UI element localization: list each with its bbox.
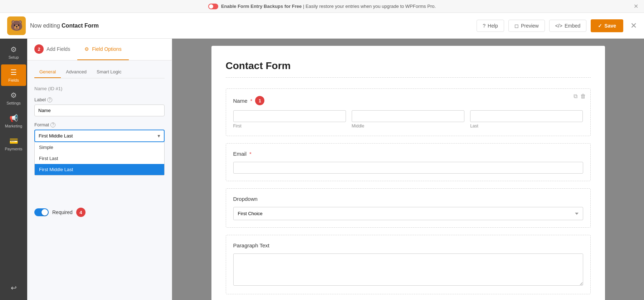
first-name-input[interactable]	[233, 110, 346, 122]
form-card: Contact Form Name * 1 ⧉ 🗑 First	[211, 46, 605, 300]
form-name: Contact Form	[62, 23, 99, 29]
email-input[interactable]	[233, 162, 583, 174]
name-section-actions: ⧉ 🗑	[574, 93, 586, 100]
name-section: Name * 1 ⧉ 🗑 First Middle	[226, 88, 591, 136]
required-row: Required 4	[34, 208, 165, 217]
tab-add-fields-label: Add Fields	[47, 46, 70, 52]
format-select[interactable]: SimpleFirst LastFirst Middle Last	[34, 130, 165, 142]
tab-field-options[interactable]: ⚙ Field Options	[77, 39, 128, 60]
paragraph-section: Paragraph Text	[226, 235, 591, 294]
sidebar-icons: ⚙ Setup ☰ Fields ⚙ Settings 📢 Marketing …	[0, 39, 27, 300]
format-group: Format ? SimpleFirst LastFirst Middle La…	[34, 122, 165, 200]
logo-bear-icon: 🐻	[7, 16, 26, 35]
format-dropdown-open: Simple First Last First Middle Last	[34, 142, 165, 175]
dropdown-section-label: Dropdown	[233, 196, 583, 202]
field-name-header: Name (ID #1)	[34, 86, 165, 91]
paragraph-section-label: Paragraph Text	[233, 242, 583, 248]
label-help-icon[interactable]: ?	[47, 97, 52, 102]
tab-field-options-label: Field Options	[92, 46, 121, 52]
name-copy-button[interactable]: ⧉	[574, 93, 577, 100]
email-label-text: Email	[233, 151, 247, 157]
middle-name-label: Middle	[352, 124, 464, 129]
settings-icon: ⚙	[10, 91, 17, 100]
dropdown-option-first-middle-last[interactable]: First Middle Last	[35, 164, 164, 175]
check-icon: ✓	[598, 23, 602, 29]
required-toggle[interactable]	[34, 208, 49, 216]
banner-text: Easily restore your entries when you upg…	[306, 4, 436, 9]
form-canvas: Contact Form Name * 1 ⧉ 🗑 First	[172, 39, 644, 300]
format-help-icon[interactable]: ?	[50, 122, 55, 127]
name-section-label: Name * 1	[233, 96, 583, 105]
label-group: Label ?	[34, 97, 165, 116]
preview-button[interactable]: ◻ Preview	[508, 20, 545, 32]
format-field-label: Format ?	[34, 122, 165, 127]
dropdown-select[interactable]: First Choice	[233, 207, 583, 220]
dropdown-section: Dropdown First Choice	[226, 188, 591, 228]
setup-icon: ⚙	[10, 45, 17, 54]
dropdown-option-simple[interactable]: Simple	[35, 142, 164, 153]
left-panel: 2 Add Fields ⚙ Field Options General Adv…	[27, 39, 172, 300]
toggle-knob	[42, 209, 48, 216]
middle-name-field: Middle	[352, 110, 464, 129]
sub-tab-general[interactable]: General	[34, 66, 61, 78]
email-required-star: *	[249, 151, 252, 157]
help-button[interactable]: ? Help	[477, 20, 504, 32]
history-icon: ↩	[11, 284, 17, 292]
add-fields-badge: 2	[34, 44, 44, 54]
email-section: Email *	[226, 143, 591, 181]
first-name-field: First	[233, 110, 346, 129]
top-banner: Enable Form Entry Backups for Free | Eas…	[0, 0, 644, 13]
editing-title: Now editing Contact Form	[30, 23, 99, 29]
panel-tabs: 2 Add Fields ⚙ Field Options	[27, 39, 172, 61]
dropdown-option-first-last[interactable]: First Last	[35, 153, 164, 164]
first-name-label: First	[233, 124, 346, 129]
required-label: Required	[52, 209, 73, 215]
sub-tab-advanced[interactable]: Advanced	[61, 66, 92, 78]
marketing-icon: 📢	[9, 114, 18, 122]
last-name-field: Last	[470, 110, 583, 129]
fields-icon: ☰	[10, 68, 17, 77]
step-badge-1: 1	[255, 96, 264, 105]
embed-button[interactable]: </> Embed	[549, 20, 587, 32]
form-title: Contact Form	[226, 60, 591, 78]
dropdown-label-text: Dropdown	[233, 196, 258, 202]
tab-add-fields[interactable]: 2 Add Fields	[27, 39, 77, 60]
last-name-label: Last	[470, 124, 583, 129]
banner-toggle-label: Enable Form Entry Backups for Free	[221, 4, 302, 9]
embed-icon: </>	[555, 23, 562, 29]
sidebar-item-settings[interactable]: ⚙ Settings	[1, 87, 26, 109]
sidebar-item-fields[interactable]: ☰ Fields	[1, 64, 26, 86]
sidebar-item-history[interactable]: ↩	[1, 280, 26, 296]
name-label-text: Name	[233, 98, 248, 104]
sidebar-item-setup[interactable]: ⚙ Setup	[1, 42, 26, 63]
header-close-button[interactable]: ✕	[630, 21, 637, 30]
email-section-label: Email *	[233, 151, 583, 157]
paragraph-textarea[interactable]	[233, 253, 583, 286]
help-icon: ?	[483, 23, 486, 29]
name-required-star: *	[250, 98, 253, 104]
main-layout: ⚙ Setup ☰ Fields ⚙ Settings 📢 Marketing …	[0, 39, 644, 300]
dropdown-spacer	[34, 175, 165, 200]
backup-toggle[interactable]	[208, 4, 218, 9]
sub-tab-smart-logic[interactable]: Smart Logic	[92, 66, 126, 78]
name-fields: First Middle Last	[233, 110, 583, 129]
logo-area: 🐻 Now editing Contact Form	[7, 16, 99, 35]
payments-icon: 💳	[9, 137, 18, 145]
preview-icon: ◻	[514, 23, 519, 29]
sidebar-item-payments[interactable]: 💳 Payments	[1, 133, 26, 155]
sidebar-item-marketing[interactable]: 📢 Marketing	[1, 110, 26, 132]
panel-collapse-button[interactable]: ‹	[172, 159, 172, 180]
middle-name-input[interactable]	[352, 110, 464, 122]
step-badge-4: 4	[76, 208, 86, 217]
format-select-wrapper: SimpleFirst LastFirst Middle Last ▼	[34, 130, 165, 142]
banner-close-icon[interactable]: ✕	[634, 3, 638, 10]
paragraph-label-text: Paragraph Text	[233, 242, 269, 248]
name-delete-button[interactable]: 🗑	[580, 93, 586, 100]
label-input[interactable]	[34, 105, 165, 116]
header-bar: 🐻 Now editing Contact Form ? Help ◻ Prev…	[0, 13, 644, 39]
save-button[interactable]: ✓ Save	[591, 19, 623, 32]
sub-tabs: General Advanced Smart Logic	[34, 66, 165, 78]
field-options-icon: ⚙	[84, 46, 89, 52]
header-actions: ? Help ◻ Preview </> Embed ✓ Save ✕	[477, 19, 637, 32]
last-name-input[interactable]	[470, 110, 583, 122]
